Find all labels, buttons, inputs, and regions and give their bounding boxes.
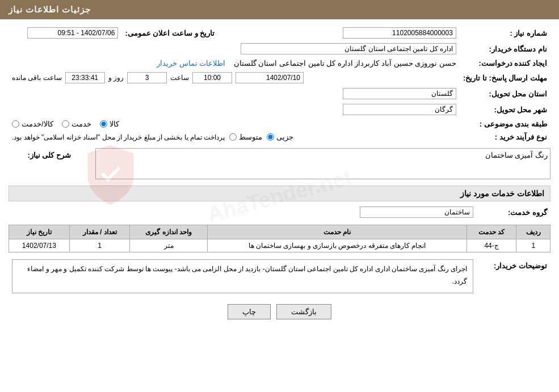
page-wrapper: جزئیات اطلاعات نیاز شماره نیاز : تاریخ و… [0, 0, 559, 392]
day-label: روز و [108, 74, 124, 82]
table-row: شماره نیاز : تاریخ و ساعت اعلان عمومی: [9, 25, 550, 41]
buyer-name-label: نام دستگاه خریدار: [460, 41, 550, 57]
table-row: استان محل تحویل: [9, 86, 550, 102]
creator-text: حسن نوروزی حسین آباد کاربرداز اداره کل ت… [234, 59, 456, 68]
buyer-desc-value: اجرای رنگ آمیزی ساختمان اداری اداره کل ت… [9, 257, 477, 296]
purchase-motavasset[interactable]: متوسط [229, 133, 262, 141]
date-row: ساعت باقی مانده 23:33:41 روز و 3 ساعت 10… [9, 70, 460, 86]
day-value: 3 [127, 72, 167, 83]
date-label: مهلت ارسال پاسخ: تا تاریخ: [460, 70, 550, 86]
category-khedmat[interactable]: خدمت [62, 120, 91, 128]
creator-value: حسن نوروزی حسین آباد کاربرداز اداره کل ت… [121, 57, 460, 70]
info-table: شماره نیاز : تاریخ و ساعت اعلان عمومی: ن… [9, 25, 550, 144]
table-row: مهلت ارسال پاسخ: تا تاریخ: ساعت باقی مان… [9, 70, 550, 86]
date-input[interactable] [236, 72, 304, 83]
table-row: نوع فرآیند خرید : پرداخت تمام یا بخشی از… [9, 130, 550, 144]
category-khedmat-label: خدمت [72, 120, 91, 128]
table-row: توضیحات خریدار: اجرای رنگ آمیزی ساختمان … [9, 257, 550, 296]
purchase-jozvi-label: جزیی [276, 133, 293, 141]
province-value [9, 86, 460, 102]
need-number-value [229, 25, 460, 41]
category-row: کالا/خدمت خدمت کالا [9, 117, 460, 130]
buyer-desc-box: اجرای رنگ آمیزی ساختمان اداری اداره کل ت… [12, 259, 473, 293]
category-kala-khedmat-label: کالا/خدمت [22, 120, 53, 128]
service-group-value [9, 204, 477, 220]
time-value: 10:00 [192, 72, 232, 83]
announce-label: تاریخ و ساعت اعلان عمومی: [121, 25, 218, 41]
buyer-desc-label: توضیحات خریدار: [477, 257, 550, 296]
table-row: نام دستگاه خریدار: [9, 41, 550, 57]
service-table: ردیف کد حدمت نام حدمت واحد اندازه گیری ت… [9, 225, 550, 252]
description-value: رنگ آمیزی ساختمان [485, 151, 548, 159]
back-button[interactable]: بازگشت [276, 304, 331, 319]
table-row: شهر محل تحویل: [9, 102, 550, 117]
purchase-type-label: نوع فرآیند خرید : [460, 130, 550, 144]
service-group-input[interactable] [360, 206, 473, 218]
purchase-note: پرداخت تمام یا بخشی از مبلغ خریدار از مح… [12, 133, 225, 141]
province-label: استان محل تحویل: [460, 86, 550, 102]
need-number-input[interactable] [343, 27, 456, 39]
table-row: 1ج-44انجام کارهای متفرقه درخصوص بازسازی … [9, 239, 550, 252]
col-row: ردیف [516, 225, 550, 239]
creator-label: ایجاد کننده درخواست: [460, 57, 550, 70]
service-group-label: گروه خدمت: [477, 204, 550, 220]
countdown-value: 23:33:41 [65, 72, 105, 83]
description-label: شرح کلی نیاز: [9, 148, 71, 159]
service-table-body: 1ج-44انجام کارهای متفرقه درخصوص بازسازی … [9, 239, 550, 252]
watermark-shield [82, 142, 139, 210]
buyer-desc-table: توضیحات خریدار: اجرای رنگ آمیزی ساختمان … [9, 257, 550, 296]
service-table-header: ردیف کد حدمت نام حدمت واحد اندازه گیری ت… [9, 225, 550, 239]
header-title: جزئیات اطلاعات نیاز [9, 5, 91, 14]
col-qty: تعداد / مقدار [69, 225, 130, 239]
col-unit: واحد اندازه گیری [130, 225, 208, 239]
purchase-motavasset-label: متوسط [239, 133, 262, 141]
description-section: شرح کلی نیاز: رنگ آمیزی ساختمان [9, 148, 550, 181]
col-name: نام حدمت [208, 225, 467, 239]
remaining-label: ساعت باقی مانده [12, 74, 62, 82]
purchase-type-row: پرداخت تمام یا بخشی از مبلغ خریدار از مح… [9, 130, 460, 144]
table-row: طبقه بندی موضوعی : کالا/خدمت خدمت کالا [9, 117, 550, 130]
page-header: جزئیات اطلاعات نیاز [0, 0, 559, 19]
buyer-name-input[interactable] [241, 43, 456, 54]
need-number-label: شماره نیاز : [460, 25, 550, 41]
table-row: ایجاد کننده درخواست: حسن نوروزی حسین آبا… [9, 57, 550, 70]
buyer-name-value [9, 41, 460, 57]
contact-link[interactable]: اطلاعات تماس خریدار [157, 59, 225, 68]
category-kala-label: کالا [110, 120, 119, 128]
announce-value [9, 25, 121, 41]
description-textarea[interactable] [95, 148, 550, 179]
category-label: طبقه بندی موضوعی : [460, 117, 550, 130]
bottom-buttons: بازگشت چاپ [9, 304, 550, 319]
category-kala[interactable]: کالا [100, 120, 119, 128]
announce-input[interactable] [27, 27, 118, 39]
city-label: شهر محل تحویل: [460, 102, 550, 117]
header-row: ردیف کد حدمت نام حدمت واحد اندازه گیری ت… [9, 225, 550, 239]
col-code: کد حدمت [466, 225, 516, 239]
print-button[interactable]: چاپ [228, 304, 271, 319]
category-kala-khedmat[interactable]: کالا/خدمت [12, 120, 53, 128]
city-value [9, 102, 460, 117]
description-area: رنگ آمیزی ساختمان [77, 148, 550, 181]
time-label: ساعت [170, 74, 189, 82]
province-input[interactable] [343, 88, 456, 99]
main-content: شماره نیاز : تاریخ و ساعت اعلان عمومی: ن… [0, 19, 559, 331]
col-date: تاریخ نیاز [9, 225, 70, 239]
purchase-jozvi[interactable]: جزیی [267, 133, 293, 141]
city-input[interactable] [343, 104, 456, 115]
